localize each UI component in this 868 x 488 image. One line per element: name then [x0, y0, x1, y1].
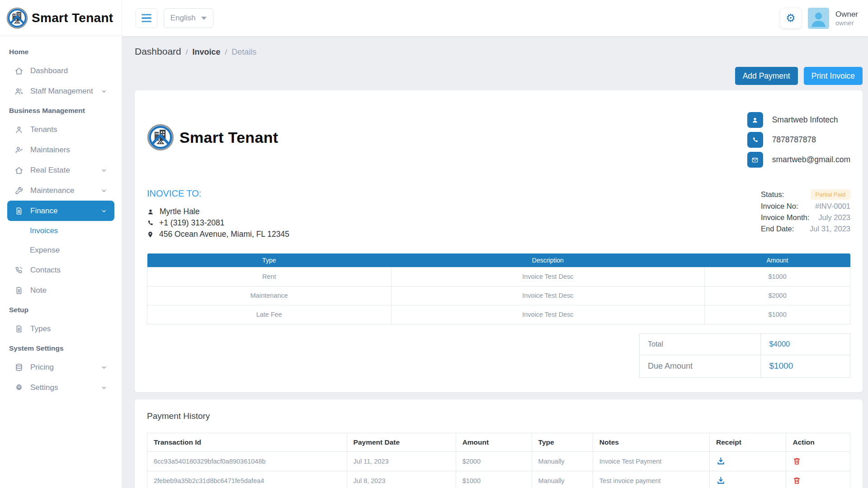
payment-history-title: Payment History	[147, 411, 850, 421]
ph-payment-date: Jul 11, 2023	[347, 451, 456, 471]
invoice-meta-block: Status: Partial Paid Invoice No: #INV-00…	[761, 189, 850, 234]
breadcrumb-details: Details	[231, 47, 256, 57]
ph-amount: $1000	[456, 471, 532, 488]
section-label-home: Home	[0, 42, 122, 61]
sidebar-item-dashboard[interactable]: Dashboard	[7, 61, 114, 81]
sidebar-toggle-button[interactable]	[136, 8, 157, 28]
chevron-down-icon	[101, 167, 107, 174]
sidebar-item-maintenance[interactable]: Maintenance	[7, 180, 114, 201]
sidebar-item-maintainers[interactable]: Maintainers	[7, 140, 114, 160]
invoice-company-brand: Smart Tenant	[179, 129, 278, 146]
invoice-items-table: Type Description Amount Rent Invoice Tes…	[147, 253, 850, 324]
people-icon	[14, 87, 24, 96]
end-date-value: Jul 31, 2023	[810, 225, 850, 233]
home-icon	[14, 166, 24, 175]
payment-history-card: Payment History Transaction Id Payment D…	[135, 399, 863, 488]
sidebar-item-real-estate[interactable]: Real Estate	[7, 160, 114, 180]
sidebar-item-label: Dashboard	[30, 66, 68, 75]
sidebar-subitem-label: Expense	[30, 246, 60, 255]
wrench-icon	[14, 186, 24, 195]
ph-notes: Test invoice payment	[593, 471, 709, 488]
delete-payment-button[interactable]	[793, 457, 801, 465]
bill-to-phone-row: +1 (319) 313-2081	[147, 217, 289, 229]
ph-header-transaction-id: Transaction Id	[147, 433, 347, 451]
company-phone-row: 7878787878	[747, 132, 850, 148]
item-description: Invoice Test Desc	[391, 286, 705, 305]
brand-logo-icon	[147, 124, 174, 151]
sidebar-item-label: Real Estate	[30, 166, 70, 175]
trash-icon	[793, 476, 801, 485]
status-label: Status:	[761, 190, 784, 199]
bill-to-address: 456 Ocean Avenue, Miami, FL 12345	[159, 230, 289, 239]
sidebar-item-note[interactable]: Note	[7, 280, 114, 300]
sidebar-item-pricing[interactable]: Pricing	[7, 357, 114, 377]
ph-type: Manually	[532, 451, 593, 471]
item-description: Invoice Test Desc	[391, 267, 705, 286]
sidebar-subitem-expense[interactable]: Expense	[0, 240, 122, 260]
bill-to-address-row: 456 Ocean Avenue, Miami, FL 12345	[147, 229, 289, 240]
home-icon	[14, 66, 24, 75]
sidebar-item-label: Maintainers	[30, 145, 70, 155]
sidebar-item-tenants[interactable]: Tenants	[7, 119, 114, 140]
add-payment-button[interactable]: Add Payment	[735, 67, 798, 85]
ph-header-action: Action	[786, 433, 850, 451]
sidebar-item-staff-management[interactable]: Staff Management	[7, 81, 114, 101]
person-check-icon	[14, 145, 24, 155]
sidebar-subitem-label: Invoices	[30, 226, 58, 235]
chevron-down-icon	[101, 88, 107, 94]
breadcrumb-invoice[interactable]: Invoice	[192, 47, 220, 57]
item-amount: $1000	[705, 305, 850, 324]
sidebar-item-finance[interactable]: Finance	[7, 201, 114, 221]
bill-to-block: INOVICE TO: Myrtle Hale +1 (319) 313-208…	[147, 188, 289, 240]
chevron-down-icon	[101, 208, 107, 214]
ph-transaction-id: 6cc93a540180329bfacf0a890361048b	[147, 451, 347, 471]
delete-payment-button[interactable]	[793, 476, 801, 485]
end-date-row: End Date: Jul 31, 2023	[761, 224, 850, 234]
caret-down-icon	[201, 17, 207, 20]
sidebar-item-label: Maintenance	[30, 186, 74, 195]
bill-to-name-row: Myrtle Hale	[147, 206, 289, 217]
sidebar-subitem-invoices[interactable]: Invoices	[0, 221, 122, 240]
ph-header-amount: Amount	[456, 433, 532, 451]
download-icon	[716, 456, 726, 466]
chevron-down-icon	[101, 385, 107, 391]
invoice-month-label: Invoice Month:	[761, 213, 809, 222]
section-label-setup: Setup	[0, 300, 122, 319]
trash-icon	[793, 457, 801, 465]
sidebar-item-label: Contacts	[30, 266, 61, 275]
avatar[interactable]	[808, 8, 829, 29]
print-invoice-button[interactable]: Print Invoice	[804, 67, 863, 85]
gear-icon	[14, 383, 24, 392]
phone-icon	[147, 220, 154, 226]
download-receipt-button[interactable]	[716, 476, 726, 485]
breadcrumb-dashboard[interactable]: Dashboard	[135, 46, 181, 57]
sidebar-item-label: Pricing	[30, 363, 54, 372]
database-icon	[14, 363, 24, 372]
language-dropdown[interactable]: English	[164, 8, 213, 28]
invoice-month-value: July 2023	[818, 213, 850, 222]
ph-transaction-id: 2febeb9a35b2c31d8bc6471fe5dafea4	[147, 471, 347, 488]
brand-logo-icon	[6, 7, 28, 29]
company-email-row: smartweb@gmail.com	[747, 152, 850, 168]
ph-header-payment-date: Payment Date	[347, 433, 456, 451]
user-icon	[747, 112, 763, 128]
total-label: Total	[640, 333, 761, 355]
bill-to-name: Myrtle Hale	[160, 207, 200, 216]
company-phone: 7878787878	[772, 135, 816, 145]
download-icon	[716, 476, 726, 485]
sidebar-item-contacts[interactable]: Contacts	[7, 260, 114, 280]
table-row: 2febeb9a35b2c31d8bc6471fe5dafea4 Jul 8, …	[147, 471, 850, 488]
settings-gear-button[interactable]: ⚙	[780, 8, 802, 28]
download-receipt-button[interactable]	[716, 456, 726, 466]
sidebar-item-settings[interactable]: Settings	[7, 377, 114, 398]
sidebar-item-types[interactable]: Types	[7, 319, 114, 339]
topbar: English ⚙ Owner owner	[122, 0, 868, 36]
table-row: Maintenance Invoice Test Desc $2000	[147, 286, 850, 305]
item-type: Maintenance	[147, 286, 392, 305]
brand-name: Smart Tenant	[32, 11, 113, 25]
items-header-amount: Amount	[705, 253, 850, 267]
file-icon	[14, 206, 24, 216]
table-row: 6cc93a540180329bfacf0a890361048b Jul 11,…	[147, 451, 850, 471]
brand-logo[interactable]: Smart Tenant	[0, 0, 122, 36]
status-row: Status: Partial Paid	[761, 189, 850, 200]
